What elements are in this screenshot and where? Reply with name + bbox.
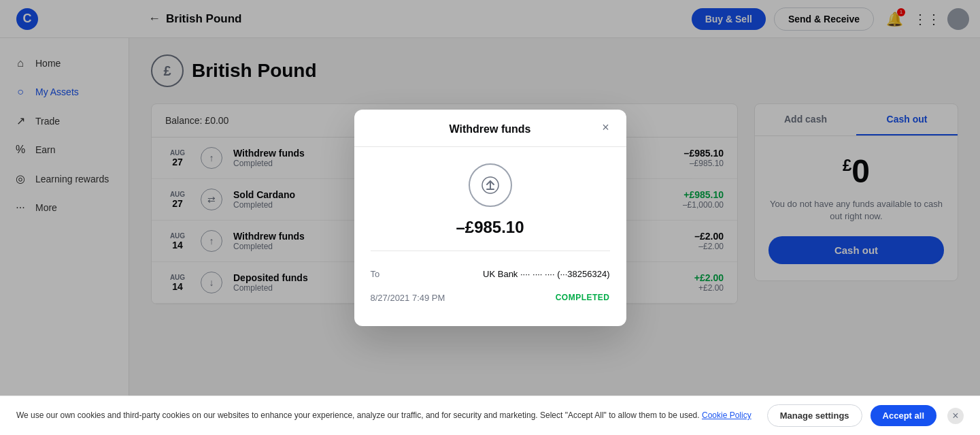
cookie-policy-link[interactable]: Cookie Policy	[702, 410, 751, 420]
cookie-text: We use our own cookies and third-party c…	[16, 410, 756, 421]
modal-overlay[interactable]: Withdrew funds × –£985.10 To UK Bank	[0, 0, 980, 435]
manage-settings-button[interactable]: Manage settings	[767, 404, 862, 427]
modal-status: COMPLETED	[556, 293, 610, 302]
cookie-banner: We use our own cookies and third-party c…	[0, 396, 980, 435]
modal-detail-to: To UK Bank ···· ···· ···· (···38256324)	[371, 262, 610, 286]
modal-body: –£985.10 To UK Bank ···· ···· ···· (···3…	[354, 147, 626, 326]
cookie-actions: Manage settings Accept all	[767, 404, 936, 427]
accept-all-button[interactable]: Accept all	[871, 405, 936, 426]
modal-to-label: To	[371, 269, 380, 279]
modal-details: To UK Bank ···· ···· ···· (···38256324) …	[371, 251, 610, 310]
modal-header: Withdrew funds ×	[354, 110, 626, 147]
modal-amount: –£985.10	[371, 218, 610, 237]
modal-datetime: 8/27/2021 7:49 PM	[371, 293, 445, 303]
modal-detail-status: 8/27/2021 7:49 PM COMPLETED	[371, 286, 610, 310]
cookie-close-button[interactable]: ×	[947, 408, 964, 424]
modal-title: Withdrew funds	[450, 123, 531, 135]
transaction-modal: Withdrew funds × –£985.10 To UK Bank	[354, 110, 626, 326]
modal-icon-area	[371, 163, 610, 207]
modal-tx-icon	[469, 163, 512, 207]
modal-to-value: UK Bank ···· ···· ···· (···38256324)	[483, 269, 609, 279]
modal-close-button[interactable]: ×	[596, 118, 615, 138]
